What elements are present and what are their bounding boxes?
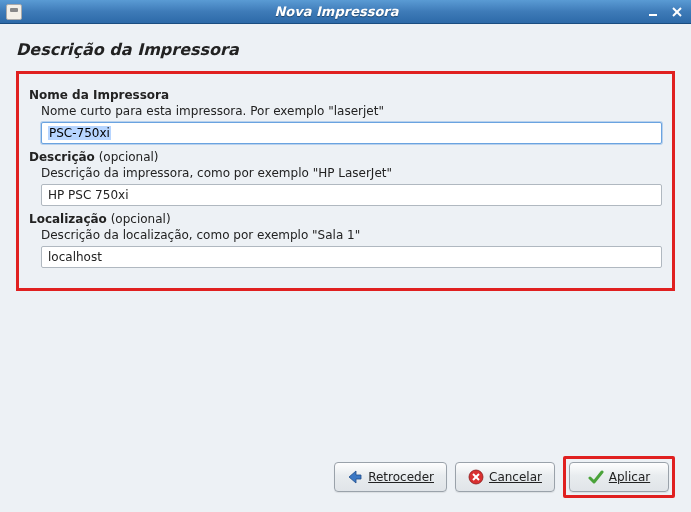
cancel-button[interactable]: Cancelar	[455, 462, 555, 492]
titlebar: Nova Impressora	[0, 0, 691, 24]
printer-icon	[6, 4, 22, 20]
printer-name-label: Nome da Impressora	[29, 88, 662, 102]
apply-label: Aplicar	[609, 470, 650, 484]
location-label: Localização (opcional)	[29, 212, 662, 226]
description-label: Descrição (opcional)	[29, 150, 662, 164]
page-title: Descrição da Impressora	[16, 40, 675, 59]
description-input[interactable]	[41, 184, 662, 206]
cancel-icon	[468, 469, 484, 485]
apply-highlight-frame: Aplicar	[563, 456, 675, 498]
printer-name-help: Nome curto para esta impressora. Por exe…	[41, 104, 662, 118]
dialog-content: Descrição da Impressora Nome da Impresso…	[0, 24, 691, 512]
back-button[interactable]: Retroceder	[334, 462, 447, 492]
location-help: Descrição da localização, como por exemp…	[41, 228, 662, 242]
cancel-label: Cancelar	[489, 470, 542, 484]
close-button[interactable]	[669, 4, 685, 20]
button-bar: Retroceder Cancelar Aplicar	[334, 456, 675, 498]
arrow-left-icon	[347, 469, 363, 485]
back-label: Retroceder	[368, 470, 434, 484]
window-controls	[645, 4, 685, 20]
description-help: Descrição da impressora, como por exempl…	[41, 166, 662, 180]
window-title: Nova Impressora	[28, 4, 645, 19]
form-highlight-frame: Nome da Impressora Nome curto para esta …	[16, 71, 675, 291]
printer-name-input[interactable]: PSC-750xi	[41, 122, 662, 144]
minimize-button[interactable]	[645, 4, 661, 20]
check-icon	[588, 469, 604, 485]
location-input[interactable]	[41, 246, 662, 268]
apply-button[interactable]: Aplicar	[569, 462, 669, 492]
